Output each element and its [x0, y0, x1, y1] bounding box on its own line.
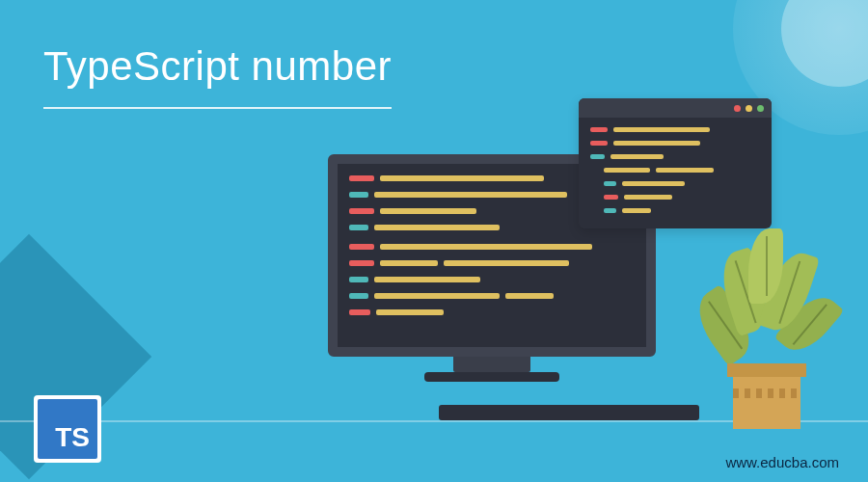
maximize-dot-icon: [757, 105, 764, 112]
website-url: www.educba.com: [725, 454, 839, 470]
monitor-base: [424, 372, 559, 382]
window-titlebar: [579, 98, 772, 118]
logo-text: TS: [55, 422, 90, 453]
monitor-stand: [453, 357, 530, 372]
window-body: [579, 118, 772, 228]
plant-illustration: [694, 227, 839, 429]
code-window: [579, 98, 772, 228]
page-title: TypeScript number: [43, 43, 392, 109]
close-dot-icon: [734, 105, 741, 112]
minimize-dot-icon: [746, 105, 752, 112]
plant-pot: [733, 371, 800, 429]
keyboard-illustration: [439, 405, 699, 420]
typescript-logo: TS: [34, 395, 101, 463]
